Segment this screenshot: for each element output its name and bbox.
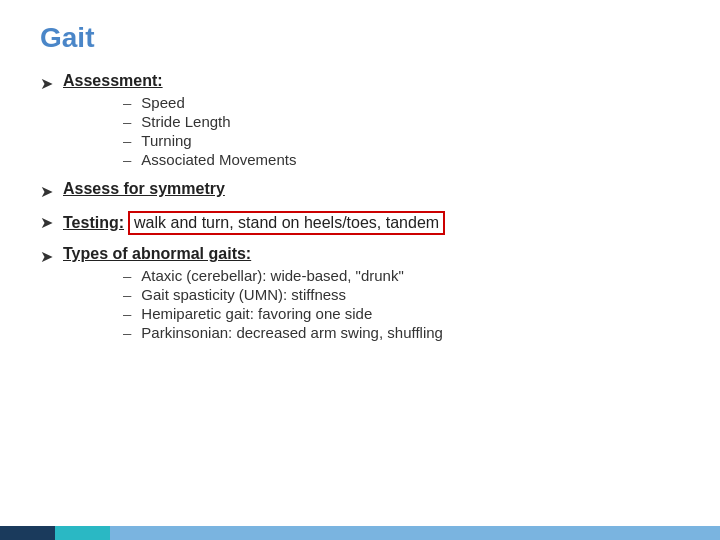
sub-item-text: Parkinsonian: decreased arm swing, shuff… — [141, 324, 443, 341]
dash-icon: – — [123, 267, 131, 284]
arrow-icon-testing: ➤ — [40, 213, 53, 232]
assessment-label: Assessment: — [63, 72, 163, 89]
dash-icon: – — [123, 286, 131, 303]
symmetry-section: ➤ Assess for symmetry — [40, 180, 680, 201]
dash-icon: – — [123, 94, 131, 111]
list-item: – Turning — [123, 132, 296, 149]
bottom-bar — [0, 526, 720, 540]
abnormal-gaits-sub-list: – Ataxic (cerebellar): wide-based, "drun… — [123, 267, 443, 341]
content-area: ➤ Assessment: – Speed – Stride Length – … — [0, 72, 720, 343]
testing-label: Testing: — [63, 214, 124, 232]
arrow-icon-abnormal: ➤ — [40, 247, 53, 266]
sub-item-text: Stride Length — [141, 113, 230, 130]
dash-icon: – — [123, 324, 131, 341]
arrow-icon-assessment: ➤ — [40, 74, 53, 93]
dash-icon: – — [123, 132, 131, 149]
sub-item-text: Turning — [141, 132, 191, 149]
list-item: – Ataxic (cerebellar): wide-based, "drun… — [123, 267, 443, 284]
assessment-section: ➤ Assessment: – Speed – Stride Length – … — [40, 72, 680, 170]
sub-item-text: Ataxic (cerebellar): wide-based, "drunk" — [141, 267, 403, 284]
sub-item-text: Associated Movements — [141, 151, 296, 168]
dash-icon: – — [123, 113, 131, 130]
list-item: – Hemiparetic gait: favoring one side — [123, 305, 443, 322]
page-title: Gait — [0, 0, 720, 72]
abnormal-gaits-label: Types of abnormal gaits: — [63, 245, 251, 262]
sub-item-text: Speed — [141, 94, 184, 111]
bottom-bar-lightblue — [110, 526, 720, 540]
bottom-bar-teal — [55, 526, 110, 540]
sub-item-text: Hemiparetic gait: favoring one side — [141, 305, 372, 322]
symmetry-label: Assess for symmetry — [63, 180, 225, 198]
dash-icon: – — [123, 151, 131, 168]
list-item: – Parkinsonian: decreased arm swing, shu… — [123, 324, 443, 341]
testing-line: Testing: walk and turn, stand on heels/t… — [63, 211, 445, 235]
testing-value: walk and turn, stand on heels/toes, tand… — [128, 211, 445, 235]
list-item: – Speed — [123, 94, 296, 111]
list-item: – Gait spasticity (UMN): stiffness — [123, 286, 443, 303]
assessment-sub-list: – Speed – Stride Length – Turning – Asso… — [123, 94, 296, 168]
list-item: – Associated Movements — [123, 151, 296, 168]
abnormal-gaits-section: ➤ Types of abnormal gaits: – Ataxic (cer… — [40, 245, 680, 343]
testing-section: ➤ Testing: walk and turn, stand on heels… — [40, 211, 680, 235]
sub-item-text: Gait spasticity (UMN): stiffness — [141, 286, 346, 303]
dash-icon: – — [123, 305, 131, 322]
bottom-bar-dark — [0, 526, 55, 540]
list-item: – Stride Length — [123, 113, 296, 130]
arrow-icon-symmetry: ➤ — [40, 182, 53, 201]
